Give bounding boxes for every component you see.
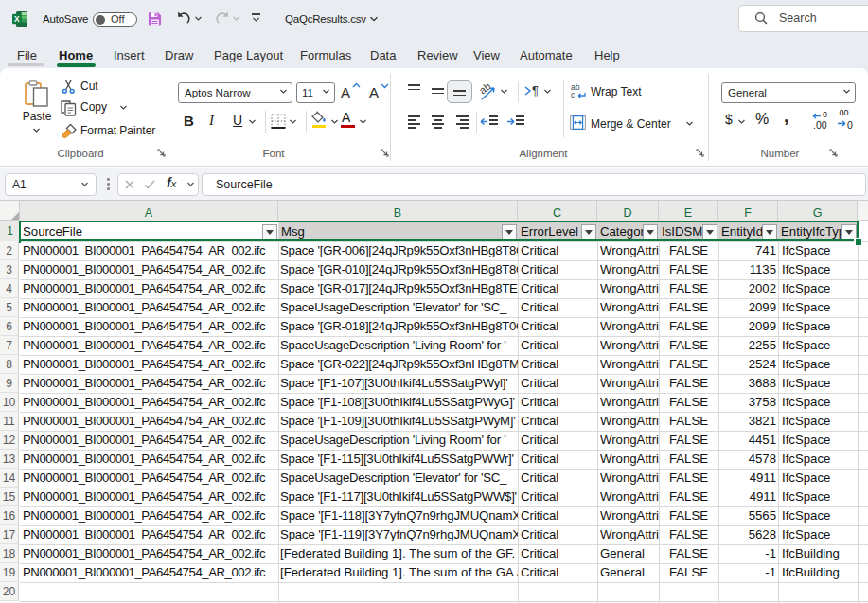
svg-text:X: X	[14, 14, 20, 24]
